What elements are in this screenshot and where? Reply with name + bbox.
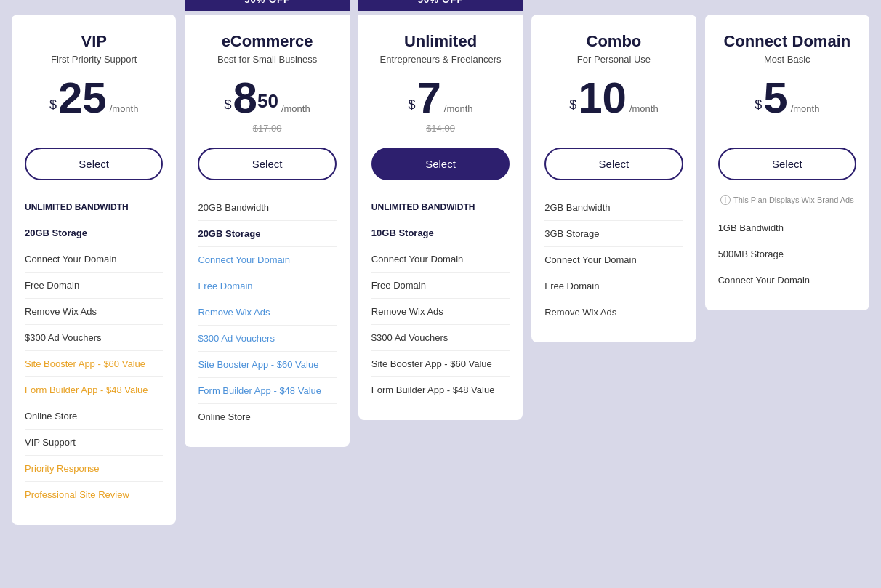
features-list-ecommerce: 20GB Bandwidth20GB StorageConnect Your D…: [198, 195, 336, 430]
price-row-ecommerce: $850/month: [225, 76, 310, 120]
brand-ads-notice-connect-domain: i This Plan Displays Wix Brand Ads: [720, 195, 854, 205]
feature-item: Connect Your Domain: [718, 267, 856, 293]
feature-item: $300 Ad Vouchers: [198, 325, 336, 351]
feature-item: Free Domain: [371, 272, 510, 298]
plan-name-ecommerce: eCommerce: [222, 32, 313, 51]
features-list-connect-domain: 1GB Bandwidth500MB StorageConnect Your D…: [718, 215, 856, 293]
feature-item: 20GB Storage: [198, 220, 336, 246]
feature-item: Professional Site Review: [25, 481, 163, 507]
price-main-vip: 25: [58, 76, 107, 120]
price-symbol-connect-domain: $: [755, 97, 762, 113]
feature-item: 20GB Storage: [25, 220, 163, 246]
price-row-connect-domain: $5/month: [755, 76, 819, 120]
feature-item: 2GB Bandwidth: [544, 195, 683, 220]
plan-card-combo: ComboFor Personal Use$10/monthSelect2GB …: [531, 15, 696, 342]
price-row-unlimited: $7/month: [408, 76, 472, 120]
brand-ads-text-connect-domain: This Plan Displays Wix Brand Ads: [733, 196, 854, 204]
price-symbol-unlimited: $: [408, 97, 415, 113]
price-period-combo: /month: [629, 103, 659, 114]
feature-item: Connect Your Domain: [544, 246, 683, 273]
price-symbol-combo: $: [569, 97, 576, 113]
info-icon-connect-domain: i: [720, 195, 731, 205]
plan-subtitle-vip: First Priority Support: [51, 54, 137, 65]
select-button-ecommerce[interactable]: Select: [198, 148, 336, 180]
plan-card-vip: VIPFirst Priority Support$25/monthSelect…: [12, 15, 176, 525]
plan-subtitle-unlimited: Entrepreneurs & Freelancers: [380, 54, 502, 65]
feature-item: Form Builder App - $48 Value: [371, 376, 510, 403]
plan-subtitle-ecommerce: Best for Small Business: [217, 54, 317, 65]
price-period-ecommerce: /month: [281, 103, 310, 114]
feature-item: 1GB Bandwidth: [718, 215, 856, 241]
price-period-unlimited: /month: [444, 103, 473, 114]
feature-item: Remove Wix Ads: [371, 298, 510, 324]
feature-item: Form Builder App - $48 Value: [198, 377, 336, 403]
feature-item: 500MB Storage: [718, 241, 856, 267]
feature-item: Free Domain: [25, 272, 163, 298]
plan-name-vip: VIP: [81, 32, 106, 51]
feature-item: 20GB Bandwidth: [198, 195, 336, 220]
plan-subtitle-connect-domain: Most Basic: [764, 54, 810, 65]
price-original-ecommerce: $17.00: [253, 123, 282, 136]
feature-item: Connect Your Domain: [25, 246, 163, 272]
select-button-combo[interactable]: Select: [544, 148, 683, 180]
feature-item: Site Booster App - $60 Value: [25, 350, 163, 376]
feature-item: Priority Response: [25, 455, 163, 481]
price-main-ecommerce: 8: [233, 76, 257, 120]
price-original-unlimited: $14.00: [426, 123, 455, 136]
price-symbol-ecommerce: $: [225, 97, 232, 113]
feature-item: UNLIMITED Bandwidth: [25, 195, 163, 220]
price-decimal-ecommerce: 50: [257, 90, 278, 113]
price-row-vip: $25/month: [49, 76, 139, 120]
badge-unlimited: 50% OFF: [358, 0, 523, 11]
price-main-combo: 10: [578, 76, 627, 120]
price-main-unlimited: 7: [417, 76, 441, 120]
feature-item: Form Builder App - $48 Value: [25, 376, 163, 403]
feature-item: Connect Your Domain: [198, 246, 336, 273]
feature-item: Online Store: [198, 403, 336, 430]
feature-item: VIP Support: [25, 429, 163, 455]
feature-item: Site Booster App - $60 Value: [371, 350, 510, 376]
feature-item: 3GB Storage: [544, 220, 683, 246]
feature-item: Online Store: [25, 403, 163, 429]
feature-item: Remove Wix Ads: [544, 299, 683, 325]
feature-item: $300 Ad Vouchers: [371, 324, 510, 350]
price-period-vip: /month: [110, 103, 139, 114]
feature-item: Remove Wix Ads: [25, 298, 163, 324]
plan-name-connect-domain: Connect Domain: [723, 32, 850, 51]
plans-container: VIPFirst Priority Support$25/monthSelect…: [12, 15, 869, 525]
feature-item: Remove Wix Ads: [198, 299, 336, 325]
feature-item: Site Booster App - $60 Value: [198, 351, 336, 377]
feature-item: Connect Your Domain: [371, 246, 510, 272]
plan-name-unlimited: Unlimited: [404, 32, 477, 51]
plan-subtitle-combo: For Personal Use: [577, 54, 651, 65]
feature-item: Free Domain: [198, 273, 336, 299]
price-main-connect-domain: 5: [763, 76, 787, 120]
features-list-combo: 2GB Bandwidth3GB StorageConnect Your Dom…: [544, 195, 683, 325]
feature-item: Free Domain: [544, 273, 683, 299]
feature-item: $300 Ad Vouchers: [25, 324, 163, 350]
plan-card-connect-domain: Connect DomainMost Basic$5/monthSelect i…: [705, 15, 869, 310]
select-button-vip[interactable]: Select: [25, 148, 163, 180]
features-list-unlimited: UNLIMITED Bandwidth10GB StorageConnect Y…: [371, 195, 510, 403]
select-button-unlimited[interactable]: Select: [371, 148, 510, 180]
price-symbol-vip: $: [49, 97, 57, 113]
plan-name-combo: Combo: [587, 32, 642, 51]
plan-card-ecommerce: 50% OFFeCommerceBest for Small Business$…: [185, 15, 349, 447]
price-row-combo: $10/month: [569, 76, 659, 120]
plan-card-unlimited: 50% OFFUnlimitedEntrepreneurs & Freelanc…: [358, 15, 523, 420]
features-list-vip: UNLIMITED Bandwidth20GB StorageConnect Y…: [25, 195, 163, 507]
badge-ecommerce: 50% OFF: [185, 0, 349, 11]
feature-item: 10GB Storage: [371, 220, 510, 246]
feature-item: UNLIMITED Bandwidth: [371, 195, 510, 220]
select-button-connect-domain[interactable]: Select: [718, 148, 856, 180]
price-period-connect-domain: /month: [791, 103, 820, 114]
